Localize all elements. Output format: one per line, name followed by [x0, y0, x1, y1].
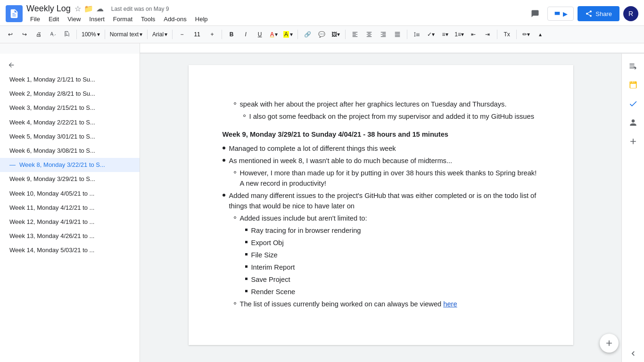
italic-btn[interactable]: I	[239, 28, 252, 41]
highlight-btn[interactable]: A▾	[281, 28, 295, 41]
sidebar-item-3[interactable]: Week 4, Monday 2/22/21 to S...	[0, 115, 140, 130]
link-btn[interactable]: 🔗	[301, 28, 314, 41]
decrease-indent-btn[interactable]: ⇤	[467, 28, 480, 41]
notes-icon[interactable]	[625, 58, 642, 74]
list-item: However, I more than made up for it by p…	[234, 168, 539, 189]
sidebar-item-6[interactable]: —Week 8, Monday 3/22/21 to S...	[0, 158, 140, 172]
chevron-up-btn[interactable]: ▴	[534, 28, 547, 41]
sidebar-item-9[interactable]: Week 11, Monday 4/12/21 to ...	[0, 201, 140, 215]
numbered-list-btn[interactable]: 1≡▾	[453, 28, 466, 41]
share-label: Share	[595, 10, 612, 17]
issues-link-item: The list of issues currently being worke…	[223, 299, 539, 309]
comment-inline-btn[interactable]: 💬	[315, 28, 328, 41]
sidebar-item-8[interactable]: Week 10, Monday 4/05/21 to ...	[0, 187, 140, 201]
folder-icon[interactable]: 📁	[84, 4, 93, 13]
list-item: speak with her about the project after h…	[234, 99, 539, 109]
user-avatar[interactable]: R	[623, 6, 638, 21]
menu-insert[interactable]: Insert	[85, 15, 108, 24]
expand-panel-icon[interactable]	[625, 345, 642, 362]
ruler	[0, 43, 644, 54]
bullet-list-btn[interactable]: ≡▾	[438, 28, 452, 41]
list-item: As mentioned in week 8, I wasn't able to…	[223, 156, 539, 166]
list-item: Render Scene	[245, 287, 539, 297]
list-item: Ray tracing for in browser rendering	[245, 225, 539, 236]
sidebar-item-0[interactable]: Week 1, Monday 2/1/21 to Su...	[0, 73, 140, 87]
text-color-btn[interactable]: A▾	[267, 28, 281, 41]
page-content-1: speak with her about the project after h…	[223, 99, 539, 309]
style-dropdown[interactable]: Normal text ▾	[108, 28, 144, 41]
checklist-btn[interactable]: ✓▾	[424, 28, 438, 41]
align-justify-btn[interactable]	[391, 28, 404, 41]
sidebar-back-btn[interactable]	[0, 58, 140, 73]
align-left-btn[interactable]	[348, 28, 362, 41]
font-size-input[interactable]	[190, 31, 205, 38]
menu-row: File Edit View Insert Format Tools Add-o…	[26, 15, 523, 24]
list-item: The list of issues currently being worke…	[234, 299, 539, 309]
clear-format-btn[interactable]: Tx	[500, 28, 513, 41]
top-right-actions: ▶ Share R	[527, 5, 638, 22]
sidebar-item-11[interactable]: Week 13, Monday 4/26/21 to ...	[0, 229, 140, 243]
add-panel-icon[interactable]	[625, 133, 642, 150]
list-item: Added issues include but aren't limited …	[234, 213, 539, 223]
last-edit[interactable]: Last edit was on May 9	[111, 6, 169, 12]
docs-icon	[6, 5, 23, 22]
pre-content: speak with her about the project after h…	[223, 99, 539, 123]
menu-help[interactable]: Help	[191, 15, 212, 24]
menu-format[interactable]: Format	[109, 15, 136, 24]
sidebar-item-7[interactable]: Week 9, Monday 3/29/21 to S...	[0, 172, 140, 186]
sidebar-item-1[interactable]: Week 2, Monday 2/8/21 to Su...	[0, 87, 140, 101]
bold-btn[interactable]: B	[225, 28, 238, 41]
list-item: Export Obj	[245, 238, 539, 248]
sidebar: Week 1, Monday 2/1/21 to Su...Week 2, Mo…	[0, 54, 140, 362]
calendar-icon[interactable]	[625, 76, 642, 93]
font-size-increase-btn[interactable]: +	[206, 28, 219, 41]
redo-btn[interactable]: ↪	[18, 28, 31, 41]
tasks-icon[interactable]	[625, 95, 642, 112]
cloud-icon[interactable]: ☁	[96, 4, 104, 13]
comment-btn[interactable]	[527, 5, 544, 22]
sidebar-item-4[interactable]: Week 5, Monday 3/01/21 to S...	[0, 130, 140, 144]
share-button[interactable]: Share	[578, 6, 619, 21]
present-label: ▶	[563, 10, 568, 17]
menu-edit[interactable]: Edit	[45, 15, 63, 24]
print-btn[interactable]: 🖨	[32, 28, 45, 41]
zoom-value: 100%	[82, 31, 96, 38]
floating-add-button[interactable]	[600, 334, 619, 353]
undo-btn[interactable]: ↩	[4, 28, 17, 41]
present-button[interactable]: ▶	[547, 7, 574, 21]
title-area: Weekly Log ☆ 📁 ☁ Last edit was on May 9 …	[26, 4, 523, 24]
sidebar-item-5[interactable]: Week 6, Monday 3/08/21 to S...	[0, 144, 140, 158]
list-item: Save Project	[245, 274, 539, 285]
align-center-btn[interactable]	[363, 28, 376, 41]
contacts-icon[interactable]	[625, 114, 642, 131]
menu-addons[interactable]: Add-ons	[160, 15, 190, 24]
menu-tools[interactable]: Tools	[137, 15, 159, 24]
font-dropdown[interactable]: Arial ▾	[150, 28, 169, 41]
align-right-btn[interactable]	[377, 28, 390, 41]
zoom-dropdown[interactable]: 100% ▾	[80, 28, 102, 41]
week9-bullets-2: Added many different issues to the proje…	[223, 190, 539, 211]
ruler-main	[140, 43, 644, 54]
menu-file[interactable]: File	[26, 15, 44, 24]
increase-indent-btn[interactable]: ⇥	[481, 28, 494, 41]
star-icon[interactable]: ☆	[74, 4, 81, 13]
list-item: File Size	[245, 250, 539, 260]
list-item: Interim Report	[245, 262, 539, 272]
right-panel	[621, 54, 644, 362]
font-size-decrease-btn[interactable]: −	[175, 28, 189, 41]
page-gap	[140, 356, 621, 362]
spellcheck-btn[interactable]	[46, 28, 59, 41]
sidebar-item-10[interactable]: Week 12, Monday 4/19/21 to ...	[0, 215, 140, 229]
here-link[interactable]: here	[443, 300, 457, 308]
editing-mode-btn[interactable]: ✏▾	[520, 28, 533, 41]
list-item: I also got some feedback on the project …	[223, 111, 539, 123]
sidebar-item-2[interactable]: Week 3, Monday 2/15/21 to S...	[0, 101, 140, 115]
paint-format-btn[interactable]	[60, 28, 74, 41]
sidebar-item-12[interactable]: Week 14, Monday 5/03/21 to ...	[0, 243, 140, 257]
line-spacing-btn[interactable]	[410, 28, 423, 41]
week9-sub-bullets: However, I more than made up for it by p…	[223, 168, 539, 189]
underline-btn[interactable]: U	[253, 28, 266, 41]
image-btn[interactable]: 🖼▾	[329, 28, 342, 41]
doc-area: speak with her about the project after h…	[140, 54, 621, 362]
menu-view[interactable]: View	[64, 15, 84, 24]
